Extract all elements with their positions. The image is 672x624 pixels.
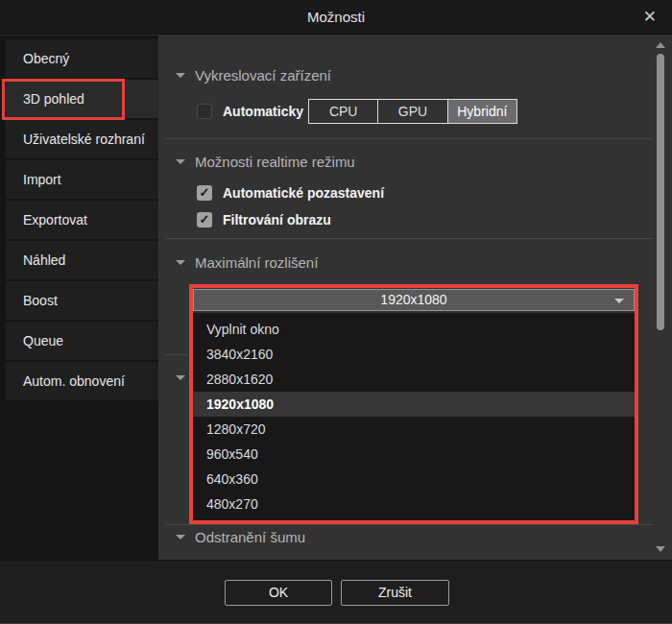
titlebar: Možnosti ✕ (0, 0, 672, 35)
resolution-dropdown-list: Vyplnit okno 3840x2160 2880x1620 1920x10… (193, 313, 635, 520)
sidebar-item-boost[interactable]: Boost (6, 281, 158, 320)
ok-button[interactable]: OK (225, 580, 332, 606)
sidebar-item-3d-pohled[interactable]: 3D pohled (6, 80, 158, 118)
resolution-dropdown-value: 1920x1080 (380, 292, 446, 307)
footer: OK Zrušit (0, 560, 672, 624)
check-icon: ✓ (200, 212, 210, 227)
dialog-title: Možnosti (0, 0, 672, 35)
sidebar-item-queue[interactable]: Queue (6, 322, 158, 360)
divider (166, 238, 653, 239)
dropdown-option-1920x1080[interactable]: 1920x1080 (193, 392, 635, 417)
divider (165, 354, 188, 355)
divider (166, 138, 653, 139)
automaticky-checkbox[interactable] (197, 104, 212, 119)
dropdown-option-3840x2160[interactable]: 3840x2160 (193, 342, 635, 367)
automaticky-label: Automaticky (223, 104, 303, 119)
sidebar-item-nahled[interactable]: Náhled (6, 241, 158, 279)
section-title-realtime: Možnosti realtime režimu (195, 155, 355, 170)
sidebar-item-autom-obnoveni[interactable]: Autom. obnovení (6, 362, 158, 400)
dropdown-option-960x540[interactable]: 960x540 (193, 442, 635, 467)
dropdown-option-1280x720[interactable]: 1280x720 (193, 417, 635, 442)
section-title-rendering-device: Vykreslovací zařízení (195, 68, 331, 84)
chevron-down-icon (614, 299, 624, 303)
filtrovani-obrazu-label: Filtrování obrazu (223, 212, 331, 228)
device-option-cpu[interactable]: CPU (309, 100, 377, 123)
scrollbar-thumb[interactable] (657, 54, 664, 330)
check-icon: ✓ (200, 185, 210, 200)
section-title-max-resolution: Maximální rozlišení (195, 255, 318, 271)
settings-panel: Vykreslovací zařízení Automaticky CPU GP… (158, 36, 672, 560)
sidebar-item-exportovat[interactable]: Exportovat (6, 201, 158, 239)
cancel-button[interactable]: Zrušit (341, 580, 449, 606)
dropdown-option-640x360[interactable]: 640x360 (193, 467, 635, 492)
collapse-arrow-icon[interactable] (176, 535, 185, 540)
automaticke-pozastaveni-checkbox[interactable]: ✓ (197, 185, 212, 201)
collapse-arrow-icon[interactable] (176, 73, 185, 78)
section-title-denoise: Odstranění šumu (195, 530, 305, 545)
close-icon[interactable]: ✕ (639, 0, 660, 35)
options-dialog: Možnosti ✕ Obecný 3D pohled Uživatelské … (0, 0, 672, 624)
dropdown-option-2880x1620[interactable]: 2880x1620 (193, 367, 635, 392)
dropdown-option-480x270[interactable]: 480x270 (193, 492, 635, 516)
sidebar: Obecný 3D pohled Uživatelské rozhraní Im… (0, 36, 158, 560)
sidebar-item-obecny[interactable]: Obecný (6, 39, 158, 78)
collapse-arrow-icon[interactable] (176, 375, 185, 380)
device-option-hybridni[interactable]: Hybridní (447, 100, 516, 123)
sidebar-item-import[interactable]: Import (6, 160, 158, 199)
scroll-up-icon[interactable] (656, 42, 665, 48)
resolution-dropdown[interactable]: 1920x1080 (193, 289, 635, 311)
filtrovani-obrazu-checkbox[interactable]: ✓ (197, 212, 212, 228)
collapse-arrow-icon[interactable] (176, 260, 185, 265)
automaticke-pozastaveni-label: Automatické pozastavení (223, 185, 384, 201)
scroll-down-icon[interactable] (656, 546, 665, 552)
collapse-arrow-icon[interactable] (176, 159, 185, 164)
dropdown-option-vyplnit-okno[interactable]: Vyplnit okno (193, 317, 635, 342)
divider (166, 524, 653, 525)
device-segmented-control: CPU GPU Hybridní (308, 99, 517, 124)
device-option-gpu[interactable]: GPU (377, 100, 446, 123)
sidebar-item-uzivatelske-rozhrani[interactable]: Uživatelské rozhraní (6, 120, 158, 158)
